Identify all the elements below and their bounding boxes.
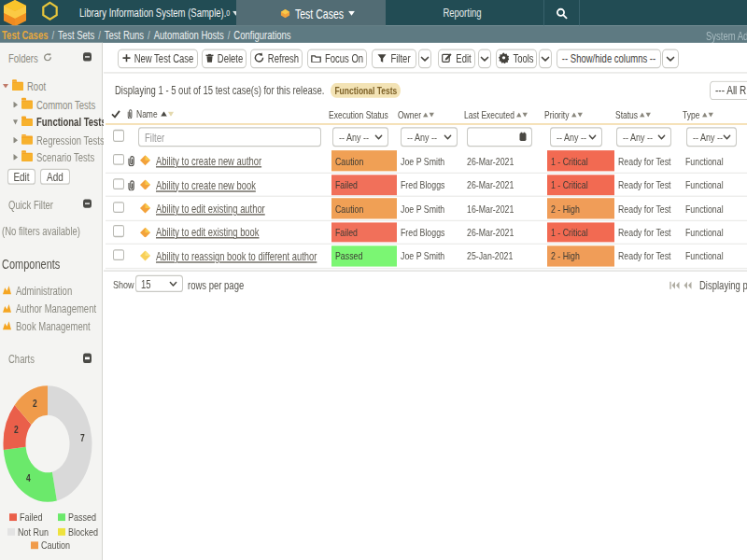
svg-text:7: 7: [80, 432, 85, 443]
svg-text:2: 2: [14, 424, 19, 435]
svg-text:4: 4: [26, 472, 31, 483]
svg-text:2: 2: [33, 398, 37, 409]
